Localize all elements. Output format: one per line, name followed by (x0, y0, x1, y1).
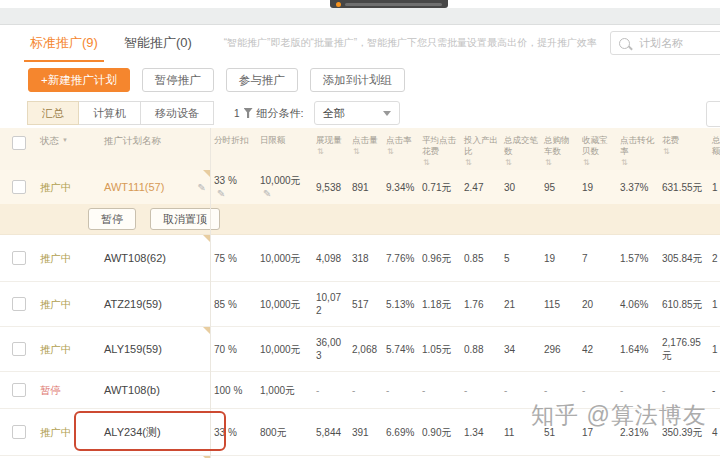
browser-tab-favicon (336, 2, 341, 7)
add-to-group-button[interactable]: 添加到计划组 (310, 68, 405, 92)
sort-icon[interactable]: ⇅ (465, 157, 498, 168)
metric-value: 2.47 (464, 182, 483, 193)
metric-value: 0.90元 (422, 427, 451, 438)
plan-name-link[interactable]: ALY159(59) (104, 343, 162, 356)
search-input[interactable] (637, 36, 720, 50)
column-header-4[interactable]: 点击量⇅ (348, 135, 382, 157)
metric-cell-clipped: 2 (708, 252, 720, 265)
segment-mobile[interactable]: 移动设备 (140, 101, 214, 125)
metric-value: 7 (582, 253, 588, 264)
metric-value: 1.34 (464, 427, 483, 438)
column-header-10[interactable]: 收藏宝贝数⇅ (578, 135, 616, 168)
sort-icon[interactable]: ⇅ (621, 157, 656, 168)
toolbar: +新建推广计划 暂停推广 参与推广 添加到计划组 (0, 62, 720, 100)
sort-icon[interactable]: ⇅ (545, 157, 576, 168)
column-header-11[interactable]: 点击转化率⇅ (616, 135, 658, 168)
metric-cell: 2,176.95 元 (658, 336, 708, 362)
row-checkbox[interactable] (12, 383, 26, 397)
metric-cell: 5,844 (312, 426, 348, 439)
sort-icon[interactable]: ⇅ (353, 146, 380, 157)
row-checkbox[interactable] (12, 297, 26, 311)
column-header-9[interactable]: 总购物车数⇅ (540, 135, 578, 168)
status-badge: 推广中 (40, 298, 98, 311)
watermark: 知乎 @算法博友 (531, 400, 707, 431)
metric-value: - (386, 385, 389, 396)
metric-cell: 36,003 (312, 336, 348, 362)
segment-computer[interactable]: 计算机 (78, 101, 141, 125)
plan-name-link[interactable]: ATZ219(59) (104, 298, 162, 311)
tab-standard-promotion[interactable]: 标准推广(9) (30, 24, 98, 62)
row-checkbox[interactable] (12, 251, 26, 265)
metric-cell: 0.88 (460, 343, 500, 356)
column-header-name: 推广计划名称 (100, 135, 210, 146)
metric-cell: - (616, 384, 658, 397)
chevron-down-icon: ▼ (62, 135, 68, 146)
frozen-column-divider (210, 128, 211, 458)
metric-cell: 1.64% (616, 343, 658, 356)
metric-value: 30 (504, 182, 515, 193)
metric-cell: 305.84元 (658, 252, 708, 265)
sort-icon[interactable]: ⇅ (317, 146, 346, 157)
clipped-right-button[interactable] (706, 101, 720, 127)
new-plan-button[interactable]: +新建推广计划 (28, 68, 130, 92)
row-checkbox[interactable] (12, 425, 26, 439)
row-checkbox-cell (0, 251, 36, 265)
column-header-label: 点击量 (352, 135, 378, 145)
sort-icon[interactable]: ⇅ (505, 157, 538, 168)
status-header-label: 状态 (40, 135, 59, 146)
plan-name-link[interactable]: AWT108(62) (104, 252, 166, 265)
column-header-5[interactable]: 点击率⇅ (382, 135, 418, 157)
metric-cell: 891 (348, 181, 382, 194)
condition-select[interactable]: 全部 (314, 101, 400, 125)
metric-value: 9.34% (386, 182, 414, 193)
plan-search-box[interactable] (610, 31, 720, 55)
join-promotion-button[interactable]: 参与推广 (226, 68, 298, 92)
column-header-7[interactable]: 投入产出比⇅ (460, 135, 500, 168)
metric-value: 100 % (214, 385, 242, 396)
column-header-8[interactable]: 总成交笔数⇅ (500, 135, 540, 168)
pause-row-button[interactable]: 暂停 (88, 208, 136, 230)
condition-filter[interactable]: 1 细分条件: (234, 106, 304, 121)
metric-value: 36,003 (316, 337, 341, 361)
metric-cell: 1.05元 (418, 343, 460, 356)
chevron-down-icon (383, 111, 391, 116)
row-checkbox[interactable] (12, 180, 26, 194)
browser-tab-fragment[interactable] (330, 0, 448, 8)
condition-label: 细分条件: (257, 106, 304, 121)
plan-name-link[interactable]: AWT108(b) (104, 384, 160, 397)
metric-value: 10,000元 (260, 299, 301, 310)
column-header-12[interactable]: 花费⇅ (658, 135, 708, 157)
row-checkbox-cell (0, 297, 36, 311)
metric-value: 1.76 (464, 299, 483, 310)
sort-icon[interactable]: ⇅ (663, 146, 706, 157)
metric-value: 1.05元 (422, 344, 451, 355)
row-checkbox[interactable] (12, 342, 26, 356)
metric-value: 1,000元 (260, 385, 295, 396)
column-header-status[interactable]: 状态▼ (36, 135, 100, 146)
metric-cell: 5.74% (382, 343, 418, 356)
select-all-checkbox[interactable] (12, 136, 26, 150)
sort-icon[interactable]: ⇅ (583, 157, 614, 168)
column-header-label: 总购物车数 (544, 135, 570, 156)
sort-icon[interactable]: ⇅ (423, 157, 458, 168)
plan-name-cell: ATZ219(59) (100, 298, 210, 311)
tab-smart-promotion[interactable]: 智能推广(0) (124, 24, 192, 62)
metric-value: - (352, 385, 355, 396)
edit-icon[interactable]: ✎ (198, 181, 206, 194)
pause-promotion-button[interactable]: 暂停推广 (142, 68, 214, 92)
metric-cell: 21 (500, 298, 540, 311)
metric-value: 34 (504, 344, 515, 355)
column-header-3[interactable]: 展现量⇅ (312, 135, 348, 157)
metric-value: 2,176.95 元 (662, 337, 701, 361)
edit-icon[interactable]: ✎ (217, 187, 254, 200)
edit-icon[interactable]: ✎ (263, 187, 310, 200)
metric-cell: 34 (500, 343, 540, 356)
plan-name-link[interactable]: AWT111(57) (104, 181, 164, 194)
status-cell: 暂停 (36, 384, 100, 397)
metric-value: - (316, 385, 319, 396)
table-row: 推广中ALY159(59)70 %10,000元36,0032,0685.74%… (0, 327, 720, 372)
segment-summary[interactable]: 汇总 (27, 101, 79, 125)
browser-tab-title-placeholder (345, 3, 442, 6)
sort-icon[interactable]: ⇅ (387, 146, 416, 157)
column-header-6[interactable]: 平均点击花费⇅ (418, 135, 460, 168)
